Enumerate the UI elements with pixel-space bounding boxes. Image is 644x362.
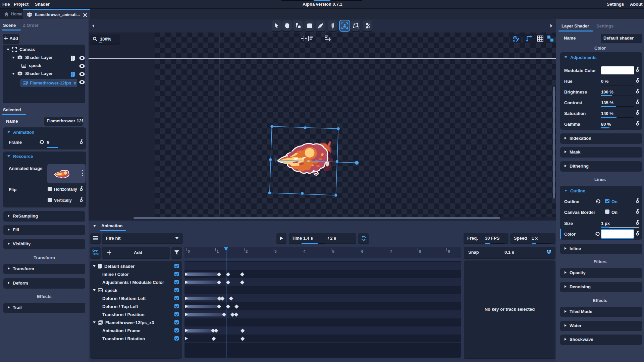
svg-text:REC: REC <box>94 253 99 255</box>
